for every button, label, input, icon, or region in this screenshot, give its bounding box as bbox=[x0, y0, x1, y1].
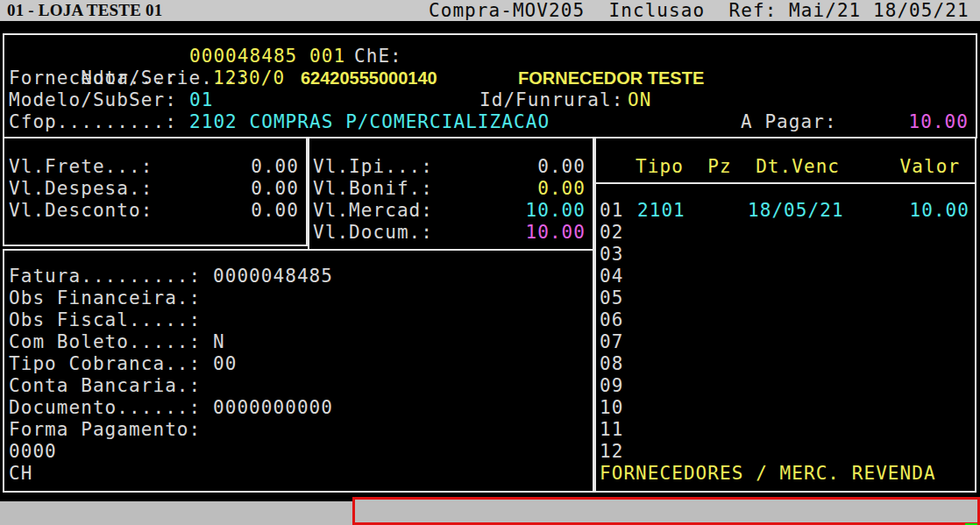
vl-mercad-label: Vl.Mercad: bbox=[313, 200, 433, 222]
cfop-value: 2102 COMPRAS P/COMERCIALIZACAO bbox=[189, 111, 550, 133]
row-number: 10 bbox=[600, 397, 623, 419]
row-number: 12 bbox=[600, 441, 623, 463]
forma-pagamento-code: 0000 bbox=[9, 441, 57, 463]
vl-desconto-value: 0.00 bbox=[251, 200, 299, 222]
che-label: ChE: bbox=[354, 46, 402, 67]
vl-docum-label: Vl.Docum.: bbox=[313, 222, 433, 244]
row-number: 05 bbox=[600, 287, 623, 309]
row-number: 03 bbox=[600, 244, 623, 266]
documento-value: 0000000000 bbox=[213, 397, 333, 419]
store-label: 01 - LOJA TESTE 01 bbox=[7, 1, 162, 20]
fatura-label: Fatura.........: bbox=[9, 266, 201, 287]
row-number: 08 bbox=[600, 353, 623, 375]
fornecedor-code-value: 1230/0 bbox=[213, 67, 285, 89]
row-number: 09 bbox=[600, 375, 623, 397]
installments-footer: FORNECEDORES / MERC. REVENDA bbox=[600, 463, 936, 485]
fornecedor-label: Fornecedor...: bbox=[9, 67, 177, 89]
cfop-label: Cfop.........: bbox=[9, 111, 177, 133]
row-tipo: 2101 bbox=[637, 200, 685, 222]
vl-bonif-value: 0.00 bbox=[537, 178, 586, 200]
row-number: 11 bbox=[600, 419, 623, 441]
vl-despesa-label: Vl.Despesa.: bbox=[9, 178, 153, 200]
modelo-subser-label: Modelo/SubSer: bbox=[9, 89, 177, 111]
totals-box-right: Vl.Ipi...: 0.00 Vl.Bonif.: 0.00 Vl.Merca… bbox=[308, 137, 594, 252]
status-prompt-box: ==================> Continua PROCESSAMEN… bbox=[352, 497, 980, 525]
installments-header-divider bbox=[596, 182, 975, 184]
vl-ipi-value: 0.00 bbox=[537, 156, 586, 178]
conta-bancaria-label: Conta Bancaria.: bbox=[9, 375, 201, 397]
row-number: 04 bbox=[600, 266, 623, 287]
vl-frete-value: 0.00 bbox=[251, 156, 299, 178]
tipo-cobranca-value: 00 bbox=[213, 353, 237, 375]
com-boleto-label: Com Boleto.....: bbox=[9, 331, 201, 353]
a-pagar-label: A Pagar: bbox=[741, 111, 837, 133]
vl-docum-value: 10.00 bbox=[525, 222, 586, 244]
row-venc: 18/05/21 bbox=[748, 200, 844, 222]
vl-despesa-value: 0.00 bbox=[251, 178, 299, 200]
row-number: 07 bbox=[600, 331, 623, 353]
funrural-label: Id/Funrural: bbox=[479, 89, 623, 111]
nota-serie-value: 000048485 001 bbox=[189, 46, 345, 67]
fatura-value: 0000048485 bbox=[213, 266, 333, 287]
row-number: 02 bbox=[600, 222, 623, 244]
forma-pagamento-label: Forma Pagamento: bbox=[9, 419, 201, 441]
terminal-screen: 01 - LOJA TESTE 01 Compra-MOV205 Inclusa… bbox=[0, 0, 980, 525]
fornecedor-cnpj-value: 62420555000140 bbox=[301, 67, 437, 89]
vl-bonif-label: Vl.Bonif.: bbox=[313, 178, 433, 200]
fornecedor-name-value: FORNECEDOR TESTE bbox=[518, 67, 704, 89]
obs-fiscal-label: Obs Fiscal.....: bbox=[9, 309, 201, 331]
row-valor: 10.00 bbox=[909, 200, 969, 222]
tipo-cobranca-label: Tipo Cobranca..: bbox=[9, 353, 201, 375]
installments-header: Tipo Pz Dt.Venc Valor bbox=[600, 156, 960, 178]
row-number: 06 bbox=[600, 309, 623, 331]
vl-desconto-label: Vl.Desconto: bbox=[9, 200, 153, 222]
documento-label: Documento......: bbox=[9, 397, 201, 419]
forma-pagamento-type: CH bbox=[9, 463, 32, 485]
window-title: Compra-MOV205 Inclusao Ref: Mai/21 18/05… bbox=[429, 0, 969, 21]
obs-financeira-label: Obs Financeira.: bbox=[9, 287, 201, 309]
vl-mercad-value: 10.00 bbox=[525, 200, 586, 222]
status-line: ==================> Continua PROCESSAMEN… bbox=[365, 500, 980, 522]
totals-box-left: Vl.Frete...: 0.00 Vl.Despesa.: 0.00 Vl.D… bbox=[3, 137, 308, 246]
vl-ipi-label: Vl.Ipi...: bbox=[313, 156, 433, 178]
a-pagar-value: 10.00 bbox=[908, 111, 969, 133]
com-boleto-value: N bbox=[213, 331, 225, 353]
header-box: Nota/Serie...: 000048485 001 ChE: Fornec… bbox=[3, 33, 977, 138]
details-box: Fatura.........: 0000048485 Obs Financei… bbox=[3, 249, 594, 493]
installments-box: Tipo Pz Dt.Venc Valor 01 2101 18/05/21 1… bbox=[594, 137, 976, 493]
modelo-subser-value: 01 bbox=[189, 89, 213, 111]
title-bar: 01 - LOJA TESTE 01 Compra-MOV205 Inclusa… bbox=[0, 0, 980, 21]
funrural-value: ON bbox=[628, 89, 651, 111]
vl-frete-label: Vl.Frete...: bbox=[9, 156, 153, 178]
row-number: 01 bbox=[600, 200, 623, 222]
